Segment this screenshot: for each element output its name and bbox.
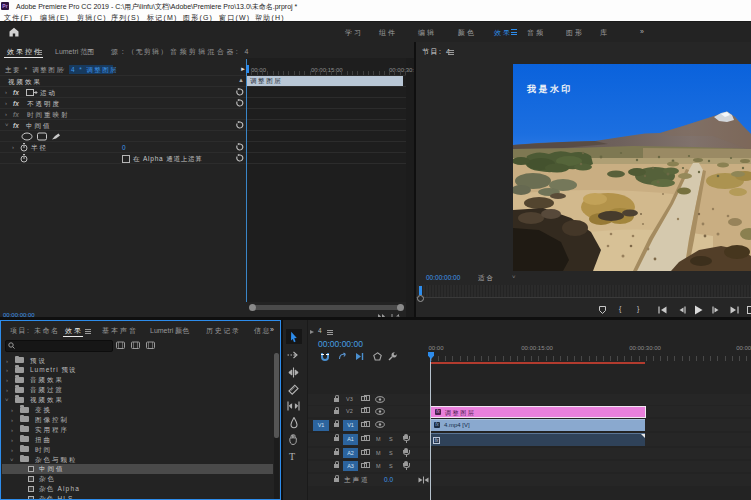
svg-text:我是水印: 我是水印 bbox=[526, 84, 573, 94]
